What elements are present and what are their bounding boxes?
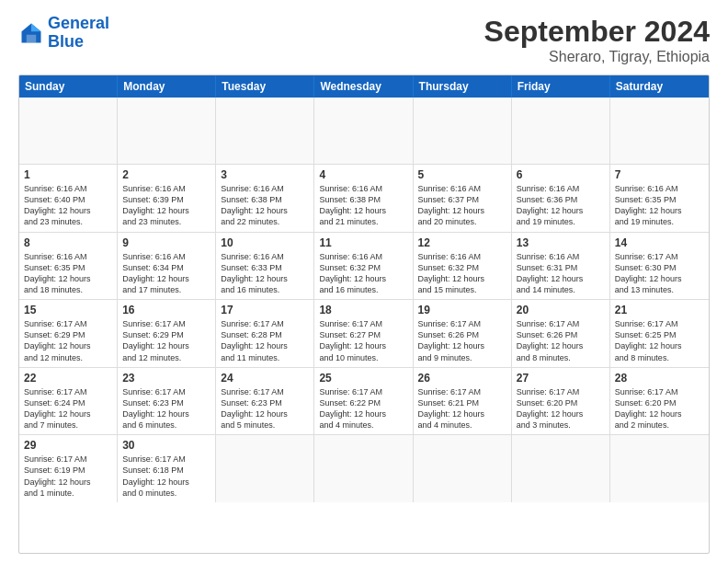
cal-cell <box>216 98 314 164</box>
cal-cell-text: Sunrise: 6:16 AM Sunset: 6:40 PM Dayligh… <box>24 183 112 228</box>
cal-cell-text: Sunrise: 6:17 AM Sunset: 6:22 PM Dayligh… <box>319 386 407 431</box>
cal-cell-text: Sunrise: 6:17 AM Sunset: 6:19 PM Dayligh… <box>24 454 112 499</box>
cal-cell-text: Sunrise: 6:16 AM Sunset: 6:36 PM Dayligh… <box>517 183 605 228</box>
cal-day-number: 23 <box>122 372 210 385</box>
cal-day-number: 27 <box>517 372 605 385</box>
calendar: SundayMondayTuesdayWednesdayThursdayFrid… <box>18 75 710 554</box>
cal-day-number: 12 <box>418 236 506 249</box>
cal-cell: 2Sunrise: 6:16 AM Sunset: 6:39 PM Daylig… <box>118 165 216 232</box>
cal-day-number: 30 <box>122 439 210 452</box>
main-title: September 2024 <box>484 15 710 49</box>
calendar-header: SundayMondayTuesdayWednesdayThursdayFrid… <box>19 75 709 98</box>
cal-cell: 29Sunrise: 6:17 AM Sunset: 6:19 PM Dayli… <box>19 435 118 502</box>
cal-cell: 27Sunrise: 6:17 AM Sunset: 6:20 PM Dayli… <box>512 368 610 435</box>
logo-text: General Blue <box>48 15 109 52</box>
cal-day-number: 9 <box>122 236 210 249</box>
cal-day-number: 10 <box>221 236 309 249</box>
cal-cell: 17Sunrise: 6:17 AM Sunset: 6:28 PM Dayli… <box>216 300 314 367</box>
logo: General Blue <box>18 15 109 52</box>
cal-cell-text: Sunrise: 6:17 AM Sunset: 6:25 PM Dayligh… <box>615 318 704 363</box>
cal-day-number: 14 <box>615 236 704 249</box>
subtitle: Sheraro, Tigray, Ethiopia <box>484 49 710 65</box>
cal-cell: 16Sunrise: 6:17 AM Sunset: 6:29 PM Dayli… <box>118 300 216 367</box>
cal-cell-text: Sunrise: 6:17 AM Sunset: 6:21 PM Dayligh… <box>418 386 506 431</box>
cal-day-number: 29 <box>24 439 112 452</box>
cal-header-friday: Friday <box>512 75 610 98</box>
cal-cell: 30Sunrise: 6:17 AM Sunset: 6:18 PM Dayli… <box>118 435 216 502</box>
cal-day-number: 28 <box>615 372 704 385</box>
cal-header-thursday: Thursday <box>414 75 512 98</box>
cal-day-number: 13 <box>517 236 605 249</box>
cal-cell: 10Sunrise: 6:16 AM Sunset: 6:33 PM Dayli… <box>216 233 314 300</box>
cal-cell-text: Sunrise: 6:17 AM Sunset: 6:26 PM Dayligh… <box>517 318 605 363</box>
cal-cell: 19Sunrise: 6:17 AM Sunset: 6:26 PM Dayli… <box>414 300 512 367</box>
cal-cell-text: Sunrise: 6:17 AM Sunset: 6:27 PM Dayligh… <box>319 318 407 363</box>
logo-line2: Blue <box>48 32 84 51</box>
title-block: September 2024 Sheraro, Tigray, Ethiopia <box>484 15 710 65</box>
cal-cell: 28Sunrise: 6:17 AM Sunset: 6:20 PM Dayli… <box>610 368 709 435</box>
cal-day-number: 20 <box>517 304 605 316</box>
cal-cell: 8Sunrise: 6:16 AM Sunset: 6:35 PM Daylig… <box>19 233 118 300</box>
svg-rect-2 <box>27 35 37 43</box>
cal-cell: 23Sunrise: 6:17 AM Sunset: 6:23 PM Dayli… <box>118 368 216 435</box>
cal-cell-text: Sunrise: 6:16 AM Sunset: 6:38 PM Dayligh… <box>221 183 309 228</box>
cal-cell: 22Sunrise: 6:17 AM Sunset: 6:24 PM Dayli… <box>19 368 118 435</box>
cal-week-6: 29Sunrise: 6:17 AM Sunset: 6:19 PM Dayli… <box>19 435 709 502</box>
cal-cell: 21Sunrise: 6:17 AM Sunset: 6:25 PM Dayli… <box>610 300 709 367</box>
cal-header-monday: Monday <box>118 75 216 98</box>
cal-week-3: 8Sunrise: 6:16 AM Sunset: 6:35 PM Daylig… <box>19 233 709 301</box>
cal-cell <box>414 98 512 164</box>
cal-day-number: 22 <box>24 372 112 385</box>
cal-day-number: 19 <box>418 304 506 316</box>
cal-cell <box>610 435 709 502</box>
cal-cell <box>512 435 610 502</box>
cal-cell-text: Sunrise: 6:17 AM Sunset: 6:23 PM Dayligh… <box>221 386 309 431</box>
cal-cell-text: Sunrise: 6:17 AM Sunset: 6:18 PM Dayligh… <box>122 454 210 499</box>
cal-week-1 <box>19 98 709 165</box>
cal-cell-text: Sunrise: 6:17 AM Sunset: 6:29 PM Dayligh… <box>122 318 210 363</box>
cal-cell-text: Sunrise: 6:16 AM Sunset: 6:39 PM Dayligh… <box>122 183 210 228</box>
cal-cell-text: Sunrise: 6:17 AM Sunset: 6:28 PM Dayligh… <box>221 318 309 363</box>
svg-marker-1 <box>31 23 41 31</box>
cal-cell <box>314 98 413 164</box>
cal-day-number: 8 <box>24 236 112 249</box>
calendar-body: 1Sunrise: 6:16 AM Sunset: 6:40 PM Daylig… <box>19 98 709 502</box>
cal-day-number: 16 <box>122 304 210 316</box>
cal-cell: 24Sunrise: 6:17 AM Sunset: 6:23 PM Dayli… <box>216 368 314 435</box>
cal-cell <box>314 435 413 502</box>
cal-cell <box>19 98 118 164</box>
cal-cell: 6Sunrise: 6:16 AM Sunset: 6:36 PM Daylig… <box>512 165 610 232</box>
cal-day-number: 5 <box>418 168 506 181</box>
cal-day-number: 3 <box>221 168 309 181</box>
header: General Blue September 2024 Sheraro, Tig… <box>18 15 710 65</box>
cal-week-2: 1Sunrise: 6:16 AM Sunset: 6:40 PM Daylig… <box>19 165 709 233</box>
cal-cell: 4Sunrise: 6:16 AM Sunset: 6:38 PM Daylig… <box>314 165 413 232</box>
cal-cell-text: Sunrise: 6:16 AM Sunset: 6:32 PM Dayligh… <box>319 251 407 296</box>
logo-line1: General <box>48 14 109 32</box>
cal-cell: 3Sunrise: 6:16 AM Sunset: 6:38 PM Daylig… <box>216 165 314 232</box>
cal-cell: 9Sunrise: 6:16 AM Sunset: 6:34 PM Daylig… <box>118 233 216 300</box>
cal-day-number: 24 <box>221 372 309 385</box>
cal-day-number: 18 <box>319 304 407 316</box>
cal-day-number: 17 <box>221 304 309 316</box>
cal-cell-text: Sunrise: 6:17 AM Sunset: 6:20 PM Dayligh… <box>517 386 605 431</box>
cal-cell-text: Sunrise: 6:17 AM Sunset: 6:30 PM Dayligh… <box>615 251 704 296</box>
cal-cell-text: Sunrise: 6:17 AM Sunset: 6:23 PM Dayligh… <box>122 386 210 431</box>
logo-icon <box>18 20 44 46</box>
cal-day-number: 15 <box>24 304 112 316</box>
cal-day-number: 6 <box>517 168 605 181</box>
cal-day-number: 11 <box>319 236 407 249</box>
cal-day-number: 2 <box>122 168 210 181</box>
cal-day-number: 1 <box>24 168 112 181</box>
cal-cell: 14Sunrise: 6:17 AM Sunset: 6:30 PM Dayli… <box>610 233 709 300</box>
cal-cell: 18Sunrise: 6:17 AM Sunset: 6:27 PM Dayli… <box>314 300 413 367</box>
cal-cell-text: Sunrise: 6:17 AM Sunset: 6:24 PM Dayligh… <box>24 386 112 431</box>
cal-week-4: 15Sunrise: 6:17 AM Sunset: 6:29 PM Dayli… <box>19 300 709 368</box>
cal-cell: 20Sunrise: 6:17 AM Sunset: 6:26 PM Dayli… <box>512 300 610 367</box>
cal-header-sunday: Sunday <box>19 75 118 98</box>
cal-cell-text: Sunrise: 6:16 AM Sunset: 6:38 PM Dayligh… <box>319 183 407 228</box>
cal-day-number: 25 <box>319 372 407 385</box>
cal-cell-text: Sunrise: 6:16 AM Sunset: 6:37 PM Dayligh… <box>418 183 506 228</box>
cal-cell-text: Sunrise: 6:16 AM Sunset: 6:32 PM Dayligh… <box>418 251 506 296</box>
cal-header-saturday: Saturday <box>610 75 709 98</box>
